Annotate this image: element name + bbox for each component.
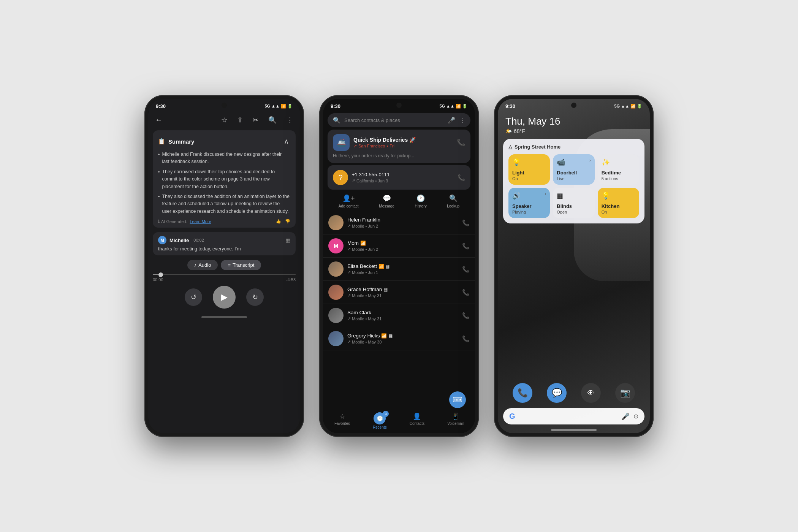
unknown-contact[interactable]: ? +1 310-555-0111 ↗ California • Jun 3 📞	[328, 165, 470, 190]
speaker-arrow: ›	[545, 192, 546, 196]
forward-button[interactable]: ↻	[246, 288, 264, 306]
tile-doorbell[interactable]: 📹 › Doorbell Live	[553, 154, 594, 185]
nav-favorites[interactable]: ☆ Favorites	[334, 412, 350, 429]
home-date: Thu, May 16	[505, 116, 642, 127]
transcript-author-name: Michelle	[169, 238, 189, 243]
unknown-avatar: ?	[333, 170, 348, 185]
back-button[interactable]: ←	[154, 114, 164, 126]
call-mom[interactable]: 📞	[462, 242, 470, 250]
call-grace[interactable]: 📞	[462, 289, 470, 296]
more-search-icon[interactable]: ⋮	[459, 117, 465, 124]
transcript-text: thanks for meeting today, everyone. I'm	[158, 246, 290, 252]
contact-row-grace[interactable]: Grace Hoffman ▦ ↗Mobile • May 31 📞	[323, 281, 475, 304]
transcript-tab[interactable]: ≡ Transcript	[221, 260, 261, 270]
nav-voicemail[interactable]: 📱 Voicemail	[447, 412, 464, 429]
tile-bedtime[interactable]: ✨ Bedtime 5 actions	[598, 154, 639, 185]
kitchen-icon: 💡	[602, 192, 635, 200]
tile-blinds[interactable]: ▦ Blinds Open	[553, 188, 594, 218]
avatar-elisa	[328, 261, 344, 277]
contact-row-mom[interactable]: M Mom 📶 ↗Mobile • Jun 2 📞	[323, 234, 475, 258]
quick-contact-card[interactable]: 🚢 Quick Ship Deliveries 🚀 ↗ San Francisc…	[328, 130, 470, 163]
widget-grid: 💡 Light On 📹 ›	[508, 154, 639, 218]
weather-icon: 🌤️	[505, 128, 512, 134]
quick-contact-name: Quick Ship Deliveries 🚀	[353, 137, 453, 143]
home-indicator-3	[551, 429, 597, 431]
history-action[interactable]: 🕐 History	[415, 194, 427, 208]
search-icon: 🔍	[333, 117, 340, 124]
unknown-call-icon[interactable]: 📞	[458, 174, 465, 181]
camera-notch-3	[571, 103, 576, 108]
blinds-icon: ▦	[557, 192, 591, 200]
dock-phone[interactable]: 📞	[513, 383, 532, 403]
speaker-icon: 🔊	[512, 192, 521, 200]
call-helen[interactable]: 📞	[462, 219, 470, 226]
contact-row-gregory[interactable]: Gregory Hicks 📶 ▦ ↗Mobile • May 30 📞	[323, 327, 475, 350]
tile-speaker-name: Speaker	[512, 203, 546, 209]
tile-doorbell-status: Live	[557, 176, 591, 181]
add-contact-action[interactable]: 👤+ Add contact	[339, 194, 359, 208]
dock-privacy[interactable]: 👁	[581, 383, 601, 403]
thumbs-up-icon[interactable]: 👍	[276, 219, 281, 224]
quick-contact-call-icon[interactable]: 📞	[457, 138, 465, 147]
learn-more-link[interactable]: Learn More	[190, 219, 211, 224]
tile-light[interactable]: 💡 Light On	[508, 154, 550, 185]
progress-bar[interactable]	[153, 274, 296, 275]
call-sam[interactable]: 📞	[462, 312, 470, 319]
tile-doorbell-name: Doorbell	[557, 170, 591, 176]
rewind-button[interactable]: ↺	[185, 288, 202, 306]
dock-row: 📞 💬 👁 📷	[498, 383, 650, 406]
nav-contacts[interactable]: 👤 Contacts	[410, 412, 424, 429]
audio-tab[interactable]: ♪ Audio	[187, 260, 218, 270]
lookup-icon: 🔍	[449, 194, 458, 203]
star-button[interactable]: ☆	[220, 114, 229, 126]
add-contact-icon: 👤+	[342, 194, 355, 203]
quick-contact-message: Hi there, your order is ready for pickup…	[333, 153, 465, 158]
time-end: -4:53	[286, 277, 296, 282]
progress-thumb	[158, 272, 163, 277]
status-icons-2: 5G ▲▲ 📶 🔋	[439, 104, 467, 109]
call-gregory[interactable]: 📞	[462, 335, 470, 342]
google-lens-icon[interactable]: ⊙	[633, 413, 638, 420]
tile-light-name: Light	[512, 170, 546, 176]
google-search-bar[interactable]: G 🎤 ⊙	[503, 408, 644, 424]
keypad-button[interactable]: ⌨	[449, 391, 466, 408]
dock-camera[interactable]: 📷	[615, 383, 635, 403]
message-action[interactable]: 💬 Message	[379, 194, 394, 208]
search-button[interactable]: 🔍	[267, 114, 278, 126]
avatar-michelle: M	[158, 236, 166, 244]
ai-generated-text: AI Generated.	[161, 219, 187, 224]
phone-3: 9:30 5G ▲▲ 📶 🔋 Thu, May 16 🌤️ 68°F △ Spr	[494, 95, 654, 437]
dock-messages[interactable]: 💬	[547, 383, 567, 403]
doorbell-icon: 📹	[557, 158, 565, 166]
recents-badge: 3	[383, 411, 389, 417]
bullet-dot-2: •	[158, 169, 160, 190]
contact-sub-mom: ↗Mobile • Jun 2	[347, 247, 458, 252]
more-button[interactable]: ⋮	[285, 114, 295, 126]
playback-row: ↺ ▶ ↻	[153, 286, 296, 309]
action-row: 👤+ Add contact 💬 Message 🕐 History 🔍 Loo…	[323, 191, 475, 211]
google-mic-icon[interactable]: 🎤	[621, 412, 630, 421]
thumbs-down-icon[interactable]: 👎	[285, 219, 290, 224]
history-icon: 🕐	[416, 194, 425, 203]
nav-recents[interactable]: 🕐 3 Recents	[373, 412, 387, 429]
search-bar[interactable]: 🔍 Search contacts & places 🎤 ⋮	[328, 113, 470, 127]
cut-button[interactable]: ✂	[251, 114, 260, 126]
tile-kitchen[interactable]: 💡 Kitchen On	[598, 188, 639, 218]
lookup-action[interactable]: 🔍 Lookup	[447, 194, 459, 208]
call-elisa[interactable]: 📞	[462, 266, 470, 273]
contact-name-gregory: Gregory Hicks 📶 ▦	[347, 333, 458, 339]
google-g-logo: G	[509, 412, 515, 421]
ai-info-icon: ℹ	[158, 219, 160, 224]
contact-row-helen[interactable]: Helen Franklin ↗Mobile • Jun 2 📞	[323, 211, 475, 234]
share-button[interactable]: ⇧	[236, 114, 244, 126]
play-button[interactable]: ▶	[213, 286, 236, 309]
camera-notch-2	[396, 103, 402, 108]
tile-speaker[interactable]: 🔊 › Speaker Playing	[508, 188, 550, 218]
recents-badge-container: 🕐 3	[374, 412, 386, 424]
mic-icon[interactable]: 🎤	[448, 117, 455, 124]
contact-row-elisa[interactable]: Elisa Beckett 📶 ▦ ↗Mobile • Jun 1 📞	[323, 258, 475, 281]
contact-row-sam[interactable]: Sam Clark ↗Mobile • May 31 📞	[323, 304, 475, 327]
collapse-button[interactable]: ∧	[282, 136, 290, 147]
quick-contact-avatar: 🚢	[333, 134, 350, 151]
bedtime-icon: ✨	[602, 158, 635, 166]
